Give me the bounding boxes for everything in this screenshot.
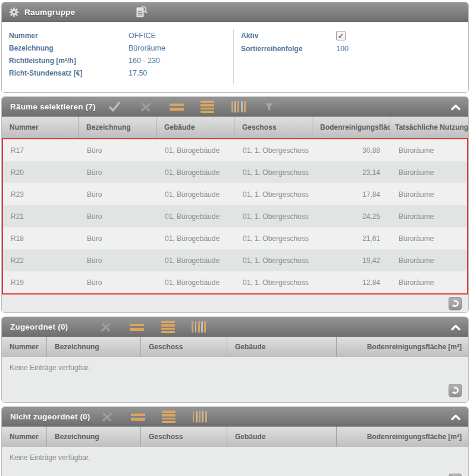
empty-state-text: Keine Einträge verfügbar.: [2, 447, 468, 468]
reset-button[interactable]: [449, 384, 462, 397]
column-header-geschoss[interactable]: Geschoss: [140, 427, 227, 447]
collapse-rows-icon[interactable]: [131, 411, 145, 424]
column-header-tatsaechliche-nutzung[interactable]: Tatsächliche Nutzung: [390, 117, 468, 138]
field-value-richtleistung: 160 - 230: [129, 57, 160, 65]
field-value-nummer: OFFICE: [129, 32, 156, 40]
table-cell: Büroräume: [391, 183, 467, 205]
table-cell: R22: [3, 249, 79, 271]
remove-all-button[interactable]: [100, 411, 114, 424]
table-cell: 17,84: [313, 183, 391, 205]
field-value-sortierreihenfolge: 100: [336, 45, 349, 53]
column-header-gebaeude[interactable]: Gebäude: [156, 117, 234, 138]
checkmark-icon: ✓: [338, 32, 344, 40]
field-label-stundensatz: Richt-Stundensatz [€]: [9, 69, 129, 77]
collapse-panel-button[interactable]: [450, 324, 461, 331]
page-title: Raumgruppe: [24, 8, 75, 17]
table-cell: Büroräume: [391, 205, 467, 227]
table-cell: 01, Bürogebäude: [157, 205, 235, 227]
column-header-bodenreinigungsflaeche[interactable]: Bodenreinigungsfläche [m²]: [336, 337, 468, 357]
column-header-geschoss[interactable]: Geschoss: [140, 337, 227, 357]
select-all-button[interactable]: [108, 101, 122, 114]
table-cell: R17: [3, 139, 79, 161]
nicht-zugeordnet-table-header: Nummer Bezeichnung Geschoss Gebäude Bode…: [2, 427, 468, 447]
form-right-column: Aktiv ✓ Sortierreihenfolge 100: [234, 29, 468, 92]
table-cell: 21,61: [313, 227, 391, 249]
table-row[interactable]: R23Büro01, Bürogebäude01, 1. Obergeschos…: [3, 183, 467, 205]
column-header-gebaeude[interactable]: Gebäude: [227, 427, 336, 447]
column-header-gebaeude[interactable]: Gebäude: [227, 337, 336, 357]
selektieren-footer: [2, 295, 468, 312]
expand-rows-icon[interactable]: [200, 101, 215, 114]
table-cell: 01, Bürogebäude: [157, 139, 235, 161]
table-cell: Büro: [79, 227, 157, 249]
expand-rows-icon[interactable]: [162, 411, 176, 424]
selektieren-table-header: Nummer Bezeichnung Gebäude Geschoss Bode…: [2, 117, 468, 138]
table-row[interactable]: R18Büro01, Bürogebäude01, 1. Obergeschos…: [3, 227, 467, 249]
column-header-bodenreinigungsflaeche[interactable]: Bodenreinigungsfläch: [312, 117, 390, 138]
column-header-nummer[interactable]: Nummer: [2, 337, 46, 357]
reset-button[interactable]: [449, 474, 462, 476]
field-label-richtleistung: Richtleistung [m²/h]: [9, 57, 129, 65]
zugeordnet-panel: Zugeordnet (0) Nummer Bezeichnung Gescho…: [1, 317, 469, 403]
section-title: Zugeordnet (0): [10, 322, 68, 331]
table-cell: 01, 1. Obergeschoss: [235, 205, 313, 227]
columns-icon[interactable]: [231, 101, 246, 112]
selektieren-toolbar: [108, 101, 277, 114]
reset-selection-button[interactable]: [449, 297, 462, 310]
collapse-rows-icon[interactable]: [170, 101, 184, 114]
field-label-sortierreihenfolge: Sortierreihenfolge: [241, 45, 336, 53]
columns-icon[interactable]: [193, 411, 207, 422]
table-cell: Büro: [79, 183, 157, 205]
report-preview-icon[interactable]: [133, 5, 149, 20]
raumgruppe-form: Nummer OFFICE Bezeichnung Büroräume Rich…: [2, 22, 468, 92]
table-cell: 24,25: [313, 205, 391, 227]
field-label-aktiv: Aktiv: [241, 32, 336, 40]
zugeordnet-table-header: Nummer Bezeichnung Geschoss Gebäude Bode…: [2, 337, 468, 357]
expand-rows-icon[interactable]: [161, 321, 175, 334]
table-cell: R20: [3, 161, 79, 183]
nicht-zugeordnet-toolbar: [100, 411, 207, 424]
table-cell: 01, Bürogebäude: [157, 183, 235, 205]
table-cell: 01, 1. Obergeschoss: [235, 183, 313, 205]
nicht-zugeordnet-header: Nicht zugeordnet (0): [2, 407, 468, 427]
table-cell: Büro: [79, 271, 157, 293]
table-cell: Büroräume: [391, 249, 467, 271]
raeume-selektieren-header: Räume selektieren (7): [2, 97, 468, 117]
column-header-nummer[interactable]: Nummer: [2, 427, 46, 447]
table-row[interactable]: R17Büro01, Bürogebäude01, 1. Obergeschos…: [3, 139, 467, 161]
raeume-selektieren-panel: Räume selektieren (7) Nummer Bezeichnung…: [1, 96, 469, 313]
table-cell: 01, 1. Obergeschoss: [235, 139, 313, 161]
raumgruppe-header: Raumgruppe: [2, 2, 468, 22]
table-cell: 01, 1. Obergeschoss: [235, 227, 313, 249]
column-header-bezeichnung[interactable]: Bezeichnung: [46, 427, 140, 447]
table-cell: 19,42: [313, 249, 391, 271]
column-header-bezeichnung[interactable]: Bezeichnung: [46, 337, 140, 357]
table-row[interactable]: R22Büro01, Bürogebäude01, 1. Obergeschos…: [3, 249, 467, 271]
section-title: Nicht zugeordnet (0): [10, 412, 90, 421]
column-header-nummer[interactable]: Nummer: [2, 117, 78, 138]
table-row[interactable]: R19Büro01, Bürogebäude01, 1. Obergeschos…: [3, 271, 467, 293]
column-header-bodenreinigungsflaeche[interactable]: Bodenreinigungsfläche [m²]: [336, 427, 468, 447]
table-cell: 23,14: [313, 161, 391, 183]
table-cell: 01, Bürogebäude: [157, 161, 235, 183]
selected-rows-region: R17Büro01, Bürogebäude01, 1. Obergeschos…: [2, 138, 468, 295]
table-cell: 01, Bürogebäude: [157, 249, 235, 271]
table-cell: R18: [3, 227, 79, 249]
nicht-zugeordnet-panel: Nicht zugeordnet (0) Nummer Bezeichnung …: [1, 406, 469, 476]
form-left-column: Nummer OFFICE Bezeichnung Büroräume Rich…: [2, 29, 233, 92]
deselect-all-button[interactable]: [139, 101, 153, 114]
table-cell: 01, 1. Obergeschoss: [235, 271, 313, 293]
table-row[interactable]: R20Büro01, Bürogebäude01, 1. Obergeschos…: [3, 161, 467, 183]
collapse-panel-button[interactable]: [450, 104, 461, 111]
columns-icon[interactable]: [192, 321, 206, 333]
column-header-geschoss[interactable]: Geschoss: [234, 117, 312, 138]
column-header-bezeichnung[interactable]: Bezeichnung: [78, 117, 156, 138]
table-cell: Büro: [79, 249, 157, 271]
table-row[interactable]: R21Büro01, Bürogebäude01, 1. Obergeschos…: [3, 205, 467, 227]
remove-all-button[interactable]: [99, 321, 113, 334]
aktiv-checkbox[interactable]: ✓: [336, 31, 346, 40]
collapse-panel-button[interactable]: [450, 414, 461, 421]
field-value-stundensatz: 17,50: [129, 69, 147, 77]
filter-icon[interactable]: [262, 101, 277, 114]
collapse-rows-icon[interactable]: [130, 321, 144, 334]
